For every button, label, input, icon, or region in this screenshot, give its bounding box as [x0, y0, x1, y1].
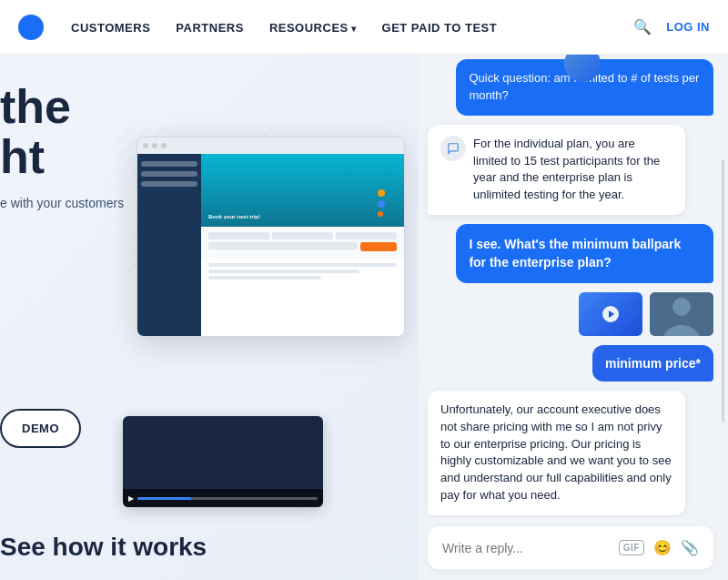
color-dots [378, 189, 385, 217]
mockup-form-row-2 [208, 242, 397, 251]
color-dot-blue [378, 200, 385, 208]
mockup-input-1 [208, 232, 269, 239]
thumbnail-row [579, 292, 713, 336]
demo-button[interactable]: DEMO [0, 409, 81, 448]
mockup-dot-2 [152, 143, 157, 148]
attach-button[interactable]: 📎 [681, 539, 699, 556]
play-circle [602, 306, 619, 322]
mockup-hero-image: Book your next trip! [201, 154, 404, 227]
reply-input[interactable] [442, 541, 610, 555]
mockup-sidebar [137, 154, 201, 336]
color-dot-amber [378, 189, 385, 197]
mockup-input-4 [208, 242, 358, 249]
color-dot-orange [378, 211, 383, 217]
see-how-heading: See how it works [0, 533, 207, 562]
laptop-mockup: Book your next trip! [136, 137, 405, 337]
chat-panel: Quick question: am I limited to # of tes… [419, 55, 728, 580]
mockup-body: Book your next trip! [137, 154, 404, 336]
play-triangle-icon [609, 310, 614, 318]
mockup-dot-1 [143, 143, 148, 148]
mockup-line [208, 270, 359, 273]
chat-container: Quick question: am I limited to # of tes… [419, 55, 728, 517]
logo[interactable] [18, 15, 44, 40]
mockup-content [201, 259, 404, 286]
login-button[interactable]: LOG IN [666, 20, 710, 34]
person-thumbnail [650, 292, 713, 336]
hero-subtext: e with your customers [0, 196, 124, 210]
mockup-hero-text: Book your next trip! [208, 214, 260, 219]
video-mockup: ▶ [123, 416, 323, 507]
mockup-form-row-1 [208, 232, 397, 239]
mockup-line [208, 263, 397, 267]
chat-bubble-agent-1: For the individual plan, you are limited… [428, 125, 685, 215]
reply-actions: GIF 😊 📎 [619, 539, 699, 556]
play-icon[interactable]: ▶ [128, 494, 134, 503]
hero-text: the ht [0, 82, 71, 181]
gif-button[interactable]: GIF [619, 540, 644, 555]
sidebar-item [141, 181, 197, 187]
mockup-search-button [360, 242, 397, 251]
nav-item-partners[interactable]: PARTNERS [176, 19, 244, 36]
hero-line2: ht [0, 132, 71, 182]
search-icon[interactable]: 🔍 [633, 18, 652, 36]
chat-bubble-user-2: I see. What's the minimum ballpark for t… [456, 224, 713, 283]
nav-item-resources[interactable]: RESOURCES [269, 19, 357, 36]
video-thumbnail[interactable] [579, 292, 642, 336]
mockup-form [201, 227, 404, 259]
chat-reply-box: GIF 😊 📎 [428, 526, 713, 569]
mockup-input-3 [336, 232, 397, 239]
nav-item-get-paid[interactable]: GET PAID TO TEST [382, 19, 498, 36]
mockup-topbar [137, 137, 404, 154]
chat-bubble-price: minimum price* [592, 345, 713, 382]
nav-item-customers[interactable]: CUSTOMERS [71, 19, 150, 36]
main-content: the ht e with your customers Book your n… [0, 55, 728, 580]
hero-line1: the [0, 82, 71, 132]
scroll-indicator[interactable] [722, 159, 724, 422]
sidebar-item [141, 171, 197, 177]
mockup-dot-3 [161, 143, 167, 148]
left-panel: the ht e with your customers Book your n… [0, 55, 419, 580]
agent-avatar-icon [440, 136, 466, 161]
emoji-button[interactable]: 😊 [653, 539, 672, 556]
mockup-input-2 [272, 232, 333, 239]
progress-bar [137, 497, 318, 500]
progress-fill [137, 497, 191, 500]
sidebar-item [141, 161, 197, 167]
mockup-main-area: Book your next trip! [201, 154, 404, 336]
nav-links: CUSTOMERS PARTNERS RESOURCES GET PAID TO… [71, 19, 497, 36]
chat-bubble-agent-2: Unfortunately, our account executive doe… [428, 391, 685, 515]
video-controls: ▶ [123, 489, 323, 507]
mockup-line [208, 276, 321, 280]
navbar: CUSTOMERS PARTNERS RESOURCES GET PAID TO… [0, 0, 728, 55]
svg-point-3 [672, 298, 691, 316]
